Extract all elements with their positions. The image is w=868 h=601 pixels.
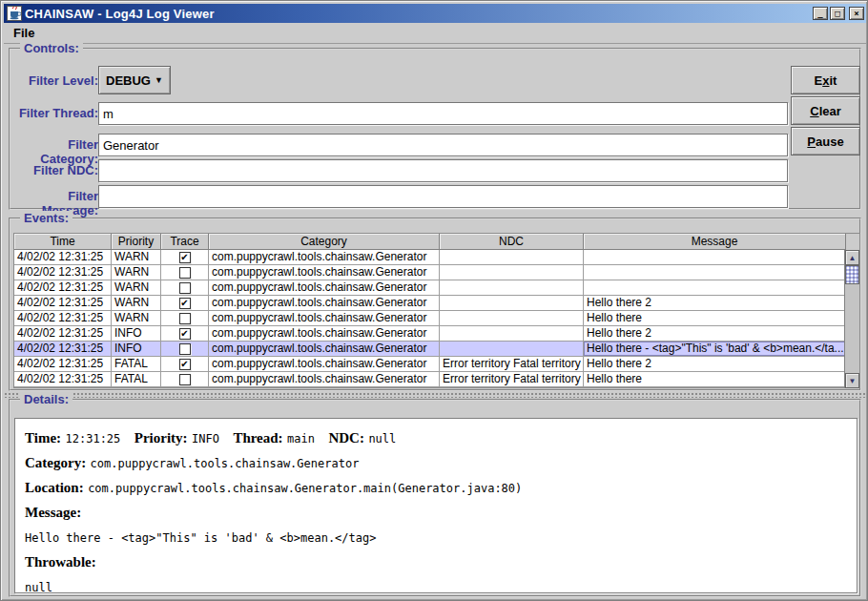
scroll-up-button[interactable]: ▲ bbox=[845, 250, 859, 265]
table-row[interactable]: 4/02/02 12:31:25 WARN com.puppycrawl.too… bbox=[14, 311, 859, 326]
filter-level-label: Filter Level: bbox=[14, 73, 98, 88]
cell-priority: WARN bbox=[112, 296, 161, 311]
cell-ndc bbox=[440, 250, 584, 265]
cell-trace: ✔ bbox=[161, 326, 209, 342]
trace-checkbox[interactable] bbox=[179, 313, 191, 324]
cell-message: Hello there 2 bbox=[584, 357, 846, 372]
cell-ndc bbox=[440, 265, 584, 280]
cell-category: com.puppycrawl.tools.chainsaw.Generator bbox=[209, 357, 440, 372]
time-value: 12:31:25 bbox=[66, 432, 121, 446]
filter-thread-label: Filter Thread: bbox=[14, 106, 98, 120]
exit-button[interactable]: Exit bbox=[791, 66, 860, 94]
column-header-time[interactable]: Time bbox=[14, 234, 112, 250]
category-label: Category: bbox=[25, 455, 86, 470]
scroll-down-button[interactable]: ▼ bbox=[845, 373, 859, 388]
details-group-title: Details: bbox=[20, 392, 72, 407]
cell-ndc: Error territory Fatal territory bbox=[440, 357, 584, 372]
cell-time: 4/02/02 12:31:25 bbox=[14, 296, 112, 311]
cell-message: Hello there bbox=[584, 372, 846, 387]
trace-checkbox[interactable] bbox=[179, 282, 191, 294]
column-header-ndc[interactable]: NDC bbox=[440, 234, 584, 250]
time-label: Time: bbox=[25, 430, 61, 446]
details-category-line: Category: com.puppycrawl.tools.chainsaw.… bbox=[25, 454, 847, 471]
table-row[interactable]: 4/02/02 12:31:25 WARN ✔ com.puppycrawl.t… bbox=[14, 296, 859, 311]
thread-value: main bbox=[287, 432, 315, 446]
trace-checkbox[interactable] bbox=[179, 374, 191, 385]
trace-checkbox[interactable]: ✔ bbox=[179, 328, 191, 340]
trace-checkbox[interactable]: ✔ bbox=[179, 359, 191, 370]
cell-category: com.puppycrawl.tools.chainsaw.Generator bbox=[209, 372, 440, 387]
menu-file[interactable]: File bbox=[4, 26, 44, 40]
app-window: CHAINSAW - Log4J Log Viewer _ □ × File C… bbox=[0, 0, 868, 601]
column-header-priority[interactable]: Priority bbox=[112, 234, 161, 250]
cell-time: 4/02/02 12:31:25 bbox=[14, 280, 112, 296]
split-pane-divider[interactable] bbox=[4, 392, 866, 398]
details-summary-line: Time: 12:31:25 Priority: INFO Thread: ma… bbox=[25, 429, 847, 446]
close-button[interactable]: × bbox=[849, 7, 864, 20]
filter-category-input[interactable] bbox=[98, 134, 788, 156]
clear-button[interactable]: Clear bbox=[791, 96, 860, 125]
pause-button[interactable]: Pause bbox=[791, 127, 860, 155]
trace-checkbox[interactable] bbox=[179, 267, 191, 279]
events-group: Events: Time Priority Trace Category NDC… bbox=[9, 218, 861, 391]
vertical-scrollbar[interactable]: ▲ ▼ bbox=[844, 250, 859, 388]
cell-category: com.puppycrawl.tools.chainsaw.Generator bbox=[209, 280, 440, 296]
table-row[interactable]: 4/02/02 12:31:25 INFO com.puppycrawl.too… bbox=[14, 342, 859, 357]
cell-priority: WARN bbox=[112, 311, 161, 326]
filter-ndc-label: Filter NDC: bbox=[14, 163, 98, 177]
category-value: com.puppycrawl.tools.chainsaw.Generator bbox=[91, 457, 360, 470]
table-row[interactable]: 4/02/02 12:31:25 WARN ✔ com.puppycrawl.t… bbox=[14, 250, 859, 265]
ndc-value: null bbox=[368, 432, 396, 446]
filter-thread-input[interactable] bbox=[98, 102, 788, 125]
throwable-label: Throwable: bbox=[25, 554, 96, 570]
column-header-trace[interactable]: Trace bbox=[161, 234, 209, 250]
trace-checkbox[interactable]: ✔ bbox=[179, 298, 191, 309]
cell-message: Hello there 2 bbox=[584, 326, 846, 342]
cell-ndc bbox=[440, 311, 584, 326]
message-label-line: Message: bbox=[25, 504, 847, 521]
cell-ndc bbox=[440, 342, 584, 357]
message-value: Hello there - <tag>"This" is 'bad' & <b>… bbox=[25, 531, 376, 545]
cell-priority: INFO bbox=[112, 326, 161, 342]
filter-level-value: DEBUG bbox=[106, 73, 155, 88]
table-row[interactable]: 4/02/02 12:31:25 INFO ✔ com.puppycrawl.t… bbox=[14, 326, 859, 342]
filter-level-combobox[interactable]: DEBUG ▼ bbox=[98, 66, 171, 94]
cell-ndc bbox=[440, 296, 584, 311]
table-row[interactable]: 4/02/02 12:31:25 FATAL com.puppycrawl.to… bbox=[14, 372, 859, 387]
cell-category: com.puppycrawl.tools.chainsaw.Generator bbox=[209, 311, 440, 326]
column-header-message[interactable]: Message bbox=[584, 234, 846, 250]
events-group-title: Events: bbox=[20, 211, 72, 226]
cell-time: 4/02/02 12:31:25 bbox=[14, 326, 112, 342]
maximize-button[interactable]: □ bbox=[830, 7, 845, 20]
cell-priority: FATAL bbox=[112, 372, 161, 387]
cell-priority: WARN bbox=[112, 280, 161, 296]
cell-trace bbox=[161, 372, 209, 387]
controls-group: Controls: Filter Level: DEBUG ▼ Filter T… bbox=[9, 48, 861, 210]
cell-time: 4/02/02 12:31:25 bbox=[14, 372, 112, 387]
cell-message bbox=[584, 265, 846, 280]
trace-checkbox[interactable] bbox=[179, 343, 191, 355]
scroll-thumb[interactable] bbox=[845, 265, 859, 284]
trace-checkbox[interactable]: ✔ bbox=[179, 252, 191, 263]
cell-message bbox=[584, 280, 846, 296]
table-row[interactable]: 4/02/02 12:31:25 WARN com.puppycrawl.too… bbox=[14, 265, 859, 280]
table-row[interactable]: 4/02/02 12:31:25 WARN com.puppycrawl.too… bbox=[14, 280, 859, 296]
controls-group-title: Controls: bbox=[20, 41, 83, 56]
priority-label: Priority: bbox=[134, 430, 188, 446]
cell-trace bbox=[161, 311, 209, 326]
location-label: Location: bbox=[25, 480, 84, 495]
column-header-category[interactable]: Category bbox=[209, 234, 440, 250]
cell-time: 4/02/02 12:31:25 bbox=[14, 357, 112, 372]
table-row[interactable]: 4/02/02 12:31:25 FATAL ✔ com.puppycrawl.… bbox=[14, 357, 859, 372]
cell-message bbox=[584, 250, 846, 265]
details-location-line: Location: com.puppycrawl.tools.chainsaw.… bbox=[25, 479, 847, 496]
window-title: CHAINSAW - Log4J Log Viewer bbox=[25, 7, 813, 21]
minimize-button[interactable]: _ bbox=[813, 7, 828, 20]
cell-time: 4/02/02 12:31:25 bbox=[14, 311, 112, 326]
priority-value: INFO bbox=[192, 432, 219, 446]
title-bar[interactable]: CHAINSAW - Log4J Log Viewer _ □ × bbox=[4, 4, 866, 23]
filter-message-input[interactable] bbox=[98, 185, 788, 208]
filter-ndc-input[interactable] bbox=[98, 159, 788, 182]
cell-category: com.puppycrawl.tools.chainsaw.Generator bbox=[209, 265, 440, 280]
cell-message: Hello there bbox=[584, 311, 846, 326]
